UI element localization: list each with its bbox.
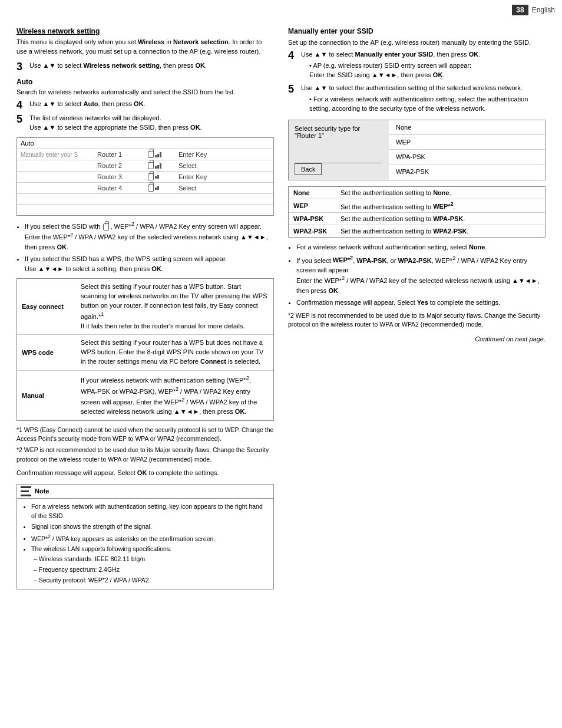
auth-table: None Set the authentication setting to N…: [288, 186, 546, 238]
page-number: 38: [512, 5, 528, 15]
right-section-title: Manually enter your SSID: [288, 27, 546, 35]
signal-2: [155, 163, 161, 169]
wps-desc-easy: Select this setting if your router has a…: [76, 279, 273, 334]
step-3-row: 3 Use ▲▼ to select Wireless network sett…: [16, 61, 274, 73]
auth-row-none: None Set the authentication setting to N…: [289, 187, 545, 199]
footnote-2: *2 WEP is not recommended to be used due…: [16, 446, 274, 463]
spec-security: Security protocol: WEP*2 / WPA / WPA2: [34, 575, 267, 585]
note-icon: [21, 486, 31, 496]
right-bullet-3: Confirmation message will appear. Select…: [296, 298, 546, 308]
security-opt-wpa2-psk[interactable]: WPA2-PSK: [389, 164, 545, 179]
net-col-manual: Manually enter your S: [17, 150, 94, 160]
net-col-act5: Select: [176, 183, 273, 193]
confirm-line: Confirmation message will appear. Select…: [16, 469, 274, 478]
step-3-num: 3: [16, 61, 27, 73]
step-5-text: The list of wireless networks will be di…: [29, 114, 274, 133]
auth-val-wep: Set the authentication setting to WEP*2.: [336, 199, 545, 213]
note-lines: [21, 486, 31, 496]
net-bullet-1: If you select the SSID with , WEP*2 / WP…: [25, 220, 274, 252]
note-bullet-1: For a wireless network with authenticati…: [31, 502, 267, 521]
wps-label-code: WPS code: [17, 335, 76, 370]
wireless-section-title: Wireless network setting: [16, 27, 274, 35]
net-col-r2: Router 1: [94, 149, 147, 160]
step-5-text1: The list of wireless networks will be di…: [29, 114, 161, 121]
net-col-icon3: [147, 160, 176, 171]
wps-desc-code: Select this setting if your router has a…: [76, 335, 273, 370]
net-col-icon2: [147, 149, 176, 160]
spec-standards: Wireless standards: IEEE 802.11 b/g/n: [34, 554, 267, 564]
page-header: 38 English: [512, 5, 555, 15]
auth-val-wpa2psk: Set the authentication setting to WPA2-P…: [336, 225, 545, 237]
auth-row-wep: WEP Set the authentication setting to WE…: [289, 199, 545, 213]
lock-icon-1: [148, 151, 154, 158]
network-bullets: If you select the SSID with , WEP*2 / WP…: [25, 220, 274, 274]
note-content: For a wireless network with authenticati…: [17, 499, 273, 589]
wps-row-easy: Easy connect Select this setting if your…: [17, 279, 273, 335]
net-col-icon1: [147, 141, 176, 145]
auth-key-wpa2psk: WPA2-PSK: [289, 225, 336, 237]
continued-text: Continued on next page.: [288, 335, 546, 342]
step-4-num: 4: [16, 100, 27, 111]
security-opt-none[interactable]: None: [389, 120, 545, 135]
col-left: Wireless network setting This menu is di…: [16, 27, 274, 589]
right-bullet-1: For a wireless network without authentic…: [296, 242, 546, 252]
two-col-layout: Wireless network setting This menu is di…: [16, 27, 546, 589]
footnote-1: *1 WPS (Easy Connect) cannot be used whe…: [16, 426, 274, 443]
col-right: Manually enter your SSID Set up the conn…: [288, 27, 546, 589]
right-intro: Set up the connection to the AP (e.g. wi…: [288, 38, 546, 48]
security-box-label: Select security type for"Router 1": [295, 125, 383, 139]
net-col-icon5: [147, 183, 176, 193]
net-col-icon4: [147, 172, 176, 182]
page-lang: English: [532, 6, 555, 14]
security-opt-wpa-psk[interactable]: WPA-PSK: [389, 150, 545, 164]
page: 38 English Wireless network setting This…: [0, 0, 562, 728]
net-col-r5: Router 4: [94, 183, 147, 193]
net-col-4: [17, 175, 94, 179]
spec-freq-val: 2.4GHz: [98, 566, 120, 573]
note-line-2: [21, 490, 29, 492]
signal-4: [155, 186, 159, 190]
lock-icon-4: [148, 185, 154, 192]
security-box-right: None WEP WPA-PSK WPA2-PSK: [389, 120, 545, 180]
net-col-act4: Enter Key: [176, 172, 273, 182]
right-step-5-text: Use ▲▼ to select the authentication sett…: [301, 84, 546, 114]
spec-freq: Frequency spectrum: 2.4GHz: [34, 565, 267, 574]
auth-val-wpapsk: Set the authentication setting to WPA-PS…: [336, 213, 545, 225]
net-row-5: Router 4 Select: [17, 183, 273, 194]
auth-val-none: Set the authentication setting to None.: [336, 187, 545, 199]
auth-key-none: None: [289, 187, 336, 199]
spec-security-val: WEP*2 / WPA / WPA2: [88, 577, 149, 584]
step-3-text: Use ▲▼ to select Wireless network settin…: [29, 61, 274, 71]
net-col-r3: Router 2: [94, 160, 147, 171]
signal-3: [155, 175, 159, 179]
right-step-5-sub: • For a wireless network with authentica…: [309, 95, 546, 114]
security-back-area: Back: [295, 163, 383, 175]
right-step-4-row: 4 Use ▲▼ to select Manually enter your S…: [288, 50, 546, 80]
note-bullet-3: WEP*2 / WPA key appears as asterisks on …: [31, 533, 267, 543]
net-col-act2: Enter Key: [176, 149, 273, 160]
auth-row-wpapsk: WPA-PSK Set the authentication setting t…: [289, 213, 545, 225]
wps-table: Easy connect Select this setting if your…: [16, 278, 274, 421]
right-bullets: For a wireless network without authentic…: [296, 242, 546, 307]
step-4-row: 4 Use ▲▼ to select Auto, then press OK.: [16, 100, 274, 111]
security-box-left: Select security type for"Router 1" Back: [289, 120, 389, 180]
left-footnotes: *1 WPS (Easy Connect) cannot be used whe…: [16, 426, 274, 464]
net-row-4: Router 3 Enter Key: [17, 172, 273, 183]
security-opt-wep[interactable]: WEP: [389, 135, 545, 150]
step-5-num: 5: [16, 114, 27, 126]
lock-icon-3: [148, 173, 154, 180]
right-step-4-num: 4: [288, 50, 299, 62]
net-row-3: Router 2 Select: [17, 160, 273, 172]
net-row-empty: [17, 194, 273, 205]
auth-key-wep: WEP: [289, 200, 336, 212]
signal-1: [155, 152, 161, 157]
back-button[interactable]: Back: [295, 163, 322, 175]
net-bullet-2: If you select the SSID has a WPS, the WP…: [25, 254, 274, 274]
network-list-table: Auto Manually enter your S Router 1: [16, 137, 274, 216]
right-step-5-row: 5 Use ▲▼ to select the authentication se…: [288, 84, 546, 114]
net-col-5: [17, 186, 94, 190]
auto-title: Auto: [16, 78, 274, 86]
note-bullet-2: Signal icon shows the strength of the si…: [31, 522, 267, 531]
wps-row-code: WPS code Select this setting if your rou…: [17, 335, 273, 371]
wps-label-manual: Manual: [17, 371, 76, 420]
